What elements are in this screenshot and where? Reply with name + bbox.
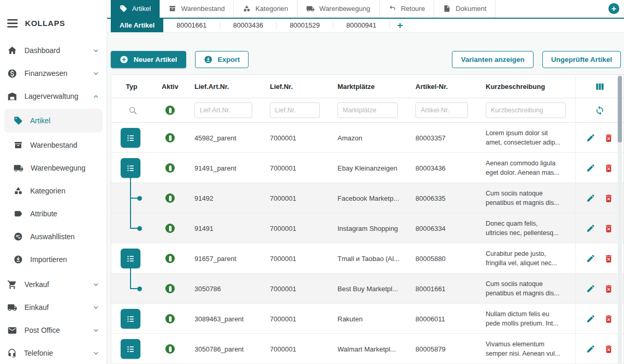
column-header-marktplaetze[interactable]: Marktplätze xyxy=(329,83,407,90)
filter-lief-nr-input[interactable] xyxy=(270,102,320,118)
new-article-button[interactable]: Neuer Artikel xyxy=(111,51,186,68)
sidebar-item-auswahllisten[interactable]: Auswahllisten xyxy=(0,225,107,248)
active-toggle-icon[interactable] xyxy=(165,314,175,323)
table-row[interactable]: 3050786_parent 7000001 Walmart Marketpl.… xyxy=(111,334,623,364)
filter-marktplaetze-input[interactable] xyxy=(337,102,398,118)
active-filter-toggle[interactable] xyxy=(165,106,175,115)
module-tab-bar: Artikel Warenbestand Kategorien Warenbew… xyxy=(107,0,624,19)
tab-dokument[interactable]: Dokument xyxy=(434,0,496,18)
sidebar-item-lagerverwaltung[interactable]: Lagerverwaltung xyxy=(0,85,107,108)
filter-artikel-nr-input[interactable] xyxy=(415,102,468,118)
lief-art-nr-value: 45982_parent xyxy=(186,134,262,142)
mail-icon xyxy=(7,326,17,335)
column-settings-button[interactable] xyxy=(594,81,605,92)
record-tab[interactable]: 80001529 xyxy=(277,19,333,32)
sidebar-item-artikel[interactable]: Artikel xyxy=(4,109,102,133)
tab-kategorien[interactable]: Kategorien xyxy=(234,0,297,18)
sidebar-item-importieren[interactable]: Importieren xyxy=(0,248,107,271)
column-header-lief-art-nr[interactable]: Lief.Art.Nr. xyxy=(186,83,262,90)
trash-icon xyxy=(604,133,614,143)
sidebar-item-kategorien[interactable]: Kategorien xyxy=(0,179,107,202)
lief-art-nr-value: 91491_parent xyxy=(186,164,262,172)
delete-button[interactable] xyxy=(604,344,614,354)
artikel-nr-value: 80005879 xyxy=(407,345,477,353)
expand-children-button[interactable] xyxy=(121,339,140,359)
sidebar-item-warenbewegung[interactable]: Warenbewegung xyxy=(0,157,107,179)
record-tab[interactable]: 80000941 xyxy=(333,19,389,32)
delete-button[interactable] xyxy=(604,284,614,294)
tab-retoure[interactable]: Retoure xyxy=(380,0,434,18)
column-header-artikel-nr[interactable]: Artikel-Nr. xyxy=(407,83,477,90)
column-header-kurzbeschreibung[interactable]: Kurzbeschreibung xyxy=(477,83,575,90)
column-header-typ[interactable]: Typ xyxy=(111,83,154,90)
delete-button[interactable] xyxy=(604,133,614,143)
table-row[interactable]: 3089463_parent 7000001 Rakuten 80006011 … xyxy=(111,304,623,334)
sidebar-item-post-office[interactable]: Post Office xyxy=(0,319,107,342)
active-toggle-icon[interactable] xyxy=(165,344,175,354)
active-toggle-icon[interactable] xyxy=(165,224,175,233)
edit-button[interactable] xyxy=(586,163,595,173)
record-tab[interactable]: 80003436 xyxy=(220,19,276,32)
show-variants-button[interactable]: Varianten anzeigen xyxy=(452,51,533,68)
sidebar-item-verkauf[interactable]: Verkauf xyxy=(0,273,107,296)
sidebar-item-attribute[interactable]: Attribute xyxy=(0,202,107,225)
edit-button[interactable] xyxy=(586,254,595,263)
plus-circle-icon xyxy=(120,55,128,64)
table-row[interactable]: 3050786 7000001 Best Buy Marketpl... 800… xyxy=(111,274,623,304)
sidebar-item-telefonie[interactable]: Telefonie xyxy=(0,342,107,364)
tab-warenbewegung[interactable]: Warenbewegung xyxy=(297,0,380,18)
table-row[interactable]: 91657_parent 7000001 Tmall и Taobao (Al.… xyxy=(111,243,623,274)
edit-button[interactable] xyxy=(586,344,595,354)
sidebar-item-dashboard[interactable]: Dashboard xyxy=(0,39,107,62)
active-toggle-icon[interactable] xyxy=(165,163,175,173)
expand-children-button[interactable] xyxy=(121,309,140,329)
expand-children-button[interactable] xyxy=(121,249,140,268)
delete-button[interactable] xyxy=(604,224,614,233)
filter-lief-art-nr-input[interactable] xyxy=(194,102,252,118)
active-toggle-icon[interactable] xyxy=(165,133,175,142)
pencil-icon xyxy=(586,254,595,263)
sidebar-item-einkauf[interactable]: Einkauf xyxy=(0,296,107,319)
record-tab[interactable]: 80001661 xyxy=(163,19,219,32)
active-toggle-icon[interactable] xyxy=(165,193,175,203)
expand-children-button[interactable] xyxy=(121,128,140,148)
trash-icon xyxy=(604,344,614,354)
column-header-aktiv[interactable]: Aktiv xyxy=(154,83,186,90)
edit-button[interactable] xyxy=(586,314,595,323)
list-icon xyxy=(125,133,136,144)
table-row[interactable]: 45982_parent 7000001 Amazon 80003357 Lor… xyxy=(111,123,623,153)
active-toggle-icon[interactable] xyxy=(165,284,175,293)
export-button[interactable]: Export xyxy=(195,51,249,68)
record-tab-alle-artikel[interactable]: Alle Artikel xyxy=(111,19,163,32)
table-row[interactable]: 91491 7000001 Instagram Shopping 8000633… xyxy=(111,213,623,243)
label-icon xyxy=(14,209,23,218)
expand-children-button[interactable] xyxy=(121,158,140,178)
delete-button[interactable] xyxy=(604,254,614,264)
add-module-tab-button[interactable]: + xyxy=(608,3,619,14)
tree-connector-line xyxy=(130,274,131,289)
scrollbar-thumb[interactable] xyxy=(618,76,622,142)
edit-button[interactable] xyxy=(586,284,595,293)
filter-kurzbeschreibung-input[interactable] xyxy=(486,102,566,118)
tab-warenbestand[interactable]: Warenbestand xyxy=(160,0,234,18)
edit-button[interactable] xyxy=(586,133,595,142)
pencil-icon xyxy=(586,284,595,293)
menu-hamburger-icon[interactable] xyxy=(7,19,18,28)
active-toggle-icon[interactable] xyxy=(165,254,175,263)
delete-button[interactable] xyxy=(604,163,614,173)
tab-artikel[interactable]: Artikel xyxy=(111,0,160,18)
artikel-nr-value: 80006335 xyxy=(407,194,477,202)
edit-button[interactable] xyxy=(586,193,595,203)
delete-button[interactable] xyxy=(604,314,614,324)
edit-button[interactable] xyxy=(586,224,595,233)
sidebar-item-finanzwesen[interactable]: Finanzwesen xyxy=(0,62,107,85)
add-record-tab-button[interactable]: + xyxy=(390,19,410,32)
table-row[interactable]: 91492 7000001 Facebook Marketp... 800063… xyxy=(111,183,623,213)
column-header-lief-nr[interactable]: Lief.Nr. xyxy=(262,83,329,90)
unchecked-articles-button[interactable]: Ungeprüfte Artikel xyxy=(542,51,621,68)
lief-art-nr-value: 91657_parent xyxy=(186,255,262,263)
refresh-button[interactable] xyxy=(595,106,605,115)
table-row[interactable]: 91491_parent 7000001 Ebay Kleinanzeigen … xyxy=(111,153,623,183)
delete-button[interactable] xyxy=(604,193,614,203)
sidebar-item-warenbestand[interactable]: Warenbestand xyxy=(0,134,107,157)
